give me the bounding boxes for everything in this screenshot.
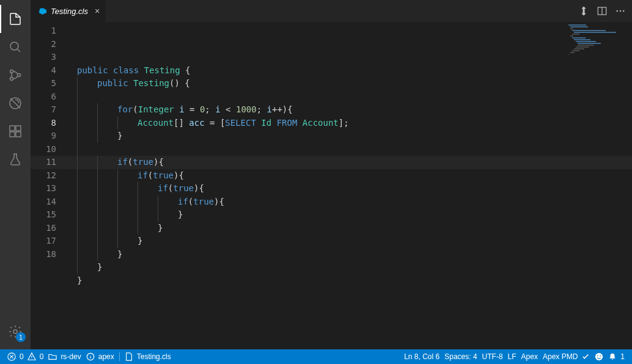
editor-body[interactable]: 123456789101112131415161718 public class… [31,22,632,349]
code-line[interactable]: } [67,261,632,274]
warning-icon [28,352,36,361]
line-number: 2 [31,38,56,51]
line-number: 15 [31,208,56,222]
code-line[interactable]: if(true){ [67,195,632,209]
code-line[interactable] [67,287,632,300]
tab-testing-cls[interactable]: Testing.cls × [31,0,106,22]
line-number: 7 [31,103,56,117]
activity-bar: 1 [0,0,31,349]
svg-point-12 [620,10,621,12]
language-mode[interactable]: Apex [519,349,540,364]
error-count: 0 [20,352,24,361]
file-path-status[interactable]: Testing.cls [122,349,174,364]
salesforce-file-icon [37,6,46,16]
code-line[interactable]: } [67,248,632,261]
code-line[interactable]: public Testing() { [67,77,632,90]
line-number: 17 [31,235,56,248]
line-number: 3 [31,51,56,64]
search-icon[interactable] [0,33,31,61]
svg-rect-5 [10,126,15,131]
editor-column: Testing.cls × 12345678910111213141516171… [31,0,632,349]
code-line[interactable] [67,143,632,156]
code-line[interactable]: public class Testing { [67,64,632,78]
svg-point-18 [600,355,601,357]
code-line[interactable]: if(true){ [67,156,632,169]
indentation-status[interactable]: Spaces: 4 [442,349,479,364]
svg-point-3 [18,74,21,77]
smiley-icon [595,352,603,361]
error-icon [7,352,16,361]
code-line[interactable]: if(true){ [67,182,632,195]
code-line[interactable]: } [67,208,632,222]
pmd-status[interactable]: Apex PMD [540,349,592,364]
feedback-status[interactable] [592,349,606,364]
lang-server-name: apex [98,352,114,361]
split-editor-icon[interactable] [597,5,608,16]
line-number: 13 [31,182,56,195]
line-number: 14 [31,195,56,209]
line-number: 12 [31,169,56,183]
code-line[interactable]: Account[] acc = [SELECT Id FROM Account]… [67,117,632,130]
line-number: 5 [31,77,56,90]
code-line[interactable]: } [67,222,632,235]
tab-bar: Testing.cls × [31,0,632,22]
code-line[interactable]: } [67,274,632,288]
svg-rect-7 [16,132,21,137]
code-line[interactable]: for(Integer i = 0; i < 1000; i++){ [67,103,632,117]
encoding-status[interactable]: UTF-8 [480,349,505,364]
eol-status[interactable]: LF [505,349,519,364]
line-number: 8 [31,117,56,130]
extensions-icon[interactable] [0,117,31,145]
compare-icon[interactable] [578,5,589,16]
line-number: 9 [31,129,56,143]
beaker-icon[interactable] [0,145,31,173]
lang-server-status[interactable]: apex [84,349,117,364]
line-number: 18 [31,248,56,261]
more-icon[interactable] [615,5,626,16]
file-short-name: Testing.cls [137,352,171,361]
close-icon[interactable]: × [95,6,100,16]
svg-point-2 [10,78,13,81]
line-number: 10 [31,143,56,156]
cursor-position[interactable]: Ln 8, Col 6 [402,349,442,364]
line-number: 11 [31,156,56,169]
gear-badge: 1 [16,332,26,342]
minimap[interactable] [568,24,630,61]
code-line[interactable]: if(true){ [67,169,632,183]
svg-point-16 [595,353,603,360]
svg-point-11 [617,10,618,12]
code-line[interactable]: } [67,235,632,248]
file-icon [125,352,133,361]
check-icon [581,352,590,361]
svg-point-1 [10,70,13,73]
code-area[interactable]: public class Testing {public Testing() {… [67,22,632,349]
line-number: 4 [31,64,56,78]
line-number: 1 [31,24,56,38]
explorer-icon[interactable] [0,5,31,33]
settings-gear-icon[interactable]: 1 [0,318,31,346]
bell-icon [608,352,617,361]
line-number: 6 [31,90,56,104]
code-line[interactable] [67,90,632,104]
notifications-status[interactable]: 1 [606,349,627,364]
source-control-icon[interactable] [0,61,31,89]
info-circle-icon [86,352,95,361]
warning-count: 0 [40,352,44,361]
git-branch-status[interactable]: rs-dev [46,349,83,364]
debug-icon[interactable] [0,89,31,117]
line-number: 16 [31,222,56,235]
notification-count: 1 [620,352,625,361]
problems-status[interactable]: 0 0 [5,349,46,364]
svg-point-0 [10,42,18,50]
svg-rect-8 [16,126,21,131]
folder-icon [48,352,57,361]
line-number-gutter: 123456789101112131415161718 [31,22,67,349]
code-line[interactable]: } [67,129,632,143]
svg-point-17 [597,355,598,357]
branch-name: rs-dev [61,352,81,361]
main-area: 1 Testing.cls × 123456789101112131415161… [0,0,632,349]
tab-actions [578,0,632,22]
tab-filename: Testing.cls [51,7,88,16]
svg-rect-6 [10,132,15,137]
svg-point-13 [623,10,624,12]
